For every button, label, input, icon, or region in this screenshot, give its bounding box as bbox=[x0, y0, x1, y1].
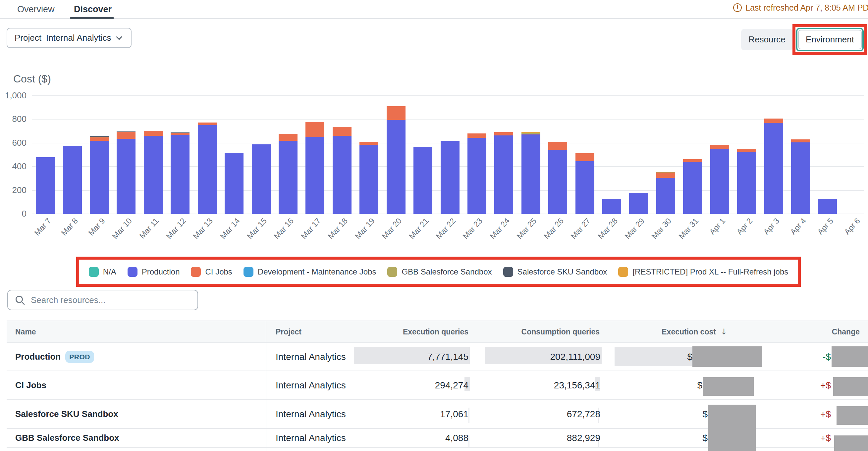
legend-item[interactable]: N/A bbox=[89, 267, 116, 277]
bar-mar-14[interactable] bbox=[221, 96, 247, 214]
bar-segment bbox=[225, 153, 244, 214]
legend-item[interactable]: Production bbox=[128, 267, 180, 277]
legend-item[interactable]: CI Jobs bbox=[191, 267, 232, 277]
bar-mar-25[interactable] bbox=[518, 96, 544, 214]
bar-mar-11[interactable] bbox=[140, 96, 167, 214]
execution-queries-cell: 17,061 bbox=[440, 400, 468, 428]
resource-toggle-button[interactable]: Resource bbox=[741, 29, 793, 50]
bar-segment bbox=[467, 138, 486, 214]
change-cell: +$ bbox=[820, 400, 831, 428]
bar-segment bbox=[656, 172, 675, 178]
bar-mar-21[interactable] bbox=[409, 96, 436, 214]
bar-mar-20[interactable] bbox=[382, 96, 409, 214]
bar-segment bbox=[386, 106, 405, 120]
bar-mar-8[interactable] bbox=[59, 96, 86, 214]
bar-mar-27[interactable] bbox=[571, 96, 598, 214]
chart-title: Cost ($) bbox=[13, 73, 51, 85]
consumption-queries-cell: 882,929 bbox=[567, 429, 600, 447]
project-filter-label: Project bbox=[14, 33, 41, 43]
change-cell: -$ bbox=[823, 343, 831, 371]
execution-queries-cell: 7,771,145 bbox=[427, 343, 468, 371]
table-column-divider bbox=[266, 321, 266, 451]
legend-item[interactable]: Development - Maintenance Jobs bbox=[244, 267, 376, 277]
bar-segment bbox=[494, 135, 513, 214]
bar-segment bbox=[144, 131, 163, 136]
bar-apr-5[interactable] bbox=[814, 96, 841, 214]
bar-mar-30[interactable] bbox=[652, 96, 679, 214]
bar-mar-23[interactable] bbox=[464, 96, 490, 214]
bar-mar-31[interactable] bbox=[679, 96, 706, 214]
project-filter-dropdown[interactable]: Project Internal Analytics bbox=[7, 28, 131, 48]
tab-discover[interactable]: Discover bbox=[74, 3, 112, 15]
bar-segment bbox=[764, 123, 783, 214]
bar-apr-2[interactable] bbox=[733, 96, 760, 214]
highlight-box bbox=[468, 436, 469, 448]
column-header-consumption-queries[interactable]: Consumption queries bbox=[522, 321, 600, 343]
bar-mar-13[interactable] bbox=[194, 96, 221, 214]
bar-mar-28[interactable] bbox=[598, 96, 625, 214]
legend-swatch bbox=[89, 267, 99, 277]
resource-name-cell: GBB Salesforce Sandbox bbox=[15, 429, 119, 447]
y-axis-tick-label: 1,000 bbox=[0, 90, 27, 101]
execution-cost-cell: $ bbox=[702, 400, 708, 428]
legend-label: [RESTRICTED] Prod XL -- Full-Refresh job… bbox=[632, 267, 788, 277]
environment-toggle-button[interactable]: Environment bbox=[798, 30, 862, 49]
bar-segment bbox=[548, 142, 567, 150]
column-header-change[interactable]: Change bbox=[832, 321, 860, 343]
bar-segment bbox=[522, 134, 540, 214]
bar-apr-1[interactable] bbox=[706, 96, 733, 214]
bar-apr-4[interactable] bbox=[787, 96, 814, 214]
search-icon bbox=[15, 295, 25, 305]
legend-item[interactable]: GBB Salesforce Sandbox bbox=[387, 267, 492, 277]
bar-segment bbox=[548, 150, 567, 214]
bar-apr-6[interactable] bbox=[841, 96, 868, 214]
bar-mar-15[interactable] bbox=[247, 96, 274, 214]
sort-descending-icon: ↓ bbox=[720, 327, 727, 336]
column-header-execution-queries[interactable]: Execution queries bbox=[403, 321, 468, 343]
change-cell: +$ bbox=[820, 371, 831, 399]
bar-segment bbox=[117, 132, 135, 139]
bar-segment bbox=[360, 145, 378, 214]
bar-mar-12[interactable] bbox=[167, 96, 193, 214]
y-axis-tick-label: 800 bbox=[0, 114, 27, 124]
consumption-queries-cell: 23,156,341 bbox=[554, 371, 600, 399]
bar-mar-22[interactable] bbox=[436, 96, 463, 214]
chart-bars bbox=[32, 96, 868, 214]
column-header-project[interactable]: Project bbox=[276, 321, 302, 343]
bar-mar-24[interactable] bbox=[490, 96, 517, 214]
y-axis-tick-label: 0 bbox=[0, 208, 27, 219]
legend-label: GBB Salesforce Sandbox bbox=[402, 267, 492, 277]
bar-apr-3[interactable] bbox=[760, 96, 787, 214]
bar-segment bbox=[710, 149, 729, 214]
bar-mar-29[interactable] bbox=[625, 96, 652, 214]
search-input[interactable] bbox=[31, 290, 194, 310]
bar-mar-18[interactable] bbox=[329, 96, 355, 214]
bar-segment bbox=[818, 199, 837, 214]
bar-segment bbox=[656, 178, 675, 214]
tab-overview[interactable]: Overview bbox=[17, 3, 55, 15]
legend-label: N/A bbox=[103, 267, 116, 277]
column-header-execution-cost[interactable]: Execution cost↓ bbox=[661, 321, 727, 343]
redaction-box bbox=[834, 436, 868, 451]
consumption-queries-cell: 202,111,009 bbox=[550, 343, 600, 371]
bar-mar-7[interactable] bbox=[32, 96, 59, 214]
environment-focus-ring: Environment bbox=[796, 28, 864, 51]
execution-queries-cell: 4,088 bbox=[445, 429, 468, 447]
bar-mar-19[interactable] bbox=[355, 96, 382, 214]
bar-segment bbox=[710, 145, 729, 149]
legend-item[interactable]: [RESTRICTED] Prod XL -- Full-Refresh job… bbox=[618, 267, 788, 277]
execution-queries-cell: 294,274 bbox=[435, 371, 468, 399]
bar-mar-16[interactable] bbox=[275, 96, 302, 214]
bar-mar-17[interactable] bbox=[302, 96, 328, 214]
bar-segment bbox=[333, 127, 351, 136]
bar-mar-10[interactable] bbox=[113, 96, 140, 214]
bar-segment bbox=[63, 146, 82, 214]
bar-mar-26[interactable] bbox=[544, 96, 571, 214]
warning-icon bbox=[733, 3, 742, 12]
bar-mar-9[interactable] bbox=[86, 96, 113, 214]
execution-cost-cell: $ bbox=[697, 371, 702, 399]
legend-item[interactable]: Salesforce SKU Sandbox bbox=[503, 267, 607, 277]
redaction-box bbox=[692, 346, 762, 367]
legend-label: Development - Maintenance Jobs bbox=[258, 267, 376, 277]
column-header-name[interactable]: Name bbox=[15, 321, 36, 343]
